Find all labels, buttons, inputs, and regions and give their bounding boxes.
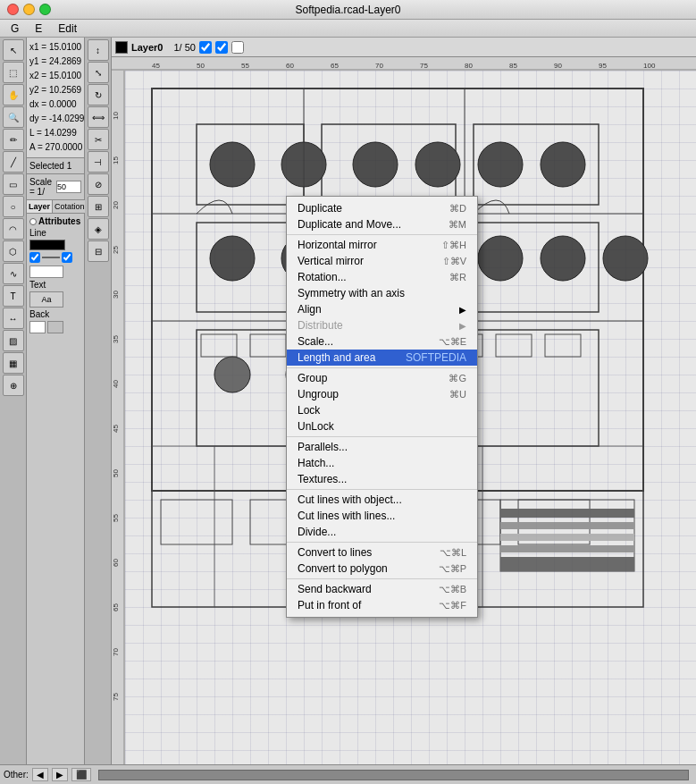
- menu-item-front[interactable]: Put in front of ⌥⌘F: [287, 597, 477, 613]
- menu-item-length-area[interactable]: Length and area SOFTPEDIA: [287, 350, 477, 366]
- menu-item-vmirror[interactable]: Vertical mirror ⇧⌘V: [287, 253, 477, 269]
- menu-item-convert-poly[interactable]: Convert to polygon ⌥⌘P: [287, 561, 477, 577]
- menu-item-parallels[interactable]: Parallels...: [287, 439, 477, 455]
- tool-poly[interactable]: ⬡: [3, 240, 24, 262]
- menu-item-ungroup[interactable]: Ungroup ⌘U: [287, 386, 477, 402]
- menu-item-convert-poly-shortcut: ⌥⌘P: [439, 563, 466, 575]
- tool-rect[interactable]: ▭: [3, 173, 24, 195]
- maximize-button[interactable]: [39, 4, 51, 15]
- tool2-mirror[interactable]: ⟺: [88, 106, 109, 128]
- menu-group-parallels: Parallels... Hatch... Textures...: [287, 437, 477, 490]
- view-cb3[interactable]: [231, 41, 244, 54]
- status-stop-btn[interactable]: ⬛: [71, 768, 91, 781]
- menu-item-convert-lines[interactable]: Convert to lines ⌥⌘L: [287, 544, 477, 561]
- tool-zoom[interactable]: 🔍: [3, 106, 24, 128]
- line-color-swatch[interactable]: [29, 240, 65, 250]
- tool-insert[interactable]: ⊕: [3, 375, 24, 396]
- tool2-scale[interactable]: ⤡: [88, 62, 109, 83]
- line-cb1[interactable]: [29, 252, 40, 263]
- svg-point-50: [214, 357, 250, 392]
- attr-radio[interactable]: [29, 218, 37, 225]
- thickness-input[interactable]: 0.25: [29, 266, 63, 278]
- menu-item-hmirror[interactable]: Horizontal mirror ⇧⌘H: [287, 237, 477, 253]
- tool-dim[interactable]: ↔: [3, 308, 24, 329]
- tool2-trim[interactable]: ✂: [88, 129, 109, 150]
- tool2-break[interactable]: ⊘: [88, 173, 109, 195]
- menu-item-unlock[interactable]: UnLock: [287, 418, 477, 434]
- menu-item-duplicate[interactable]: Duplicate ⌘D: [287, 200, 477, 216]
- menu-item-rotation-shortcut: ⌘R: [449, 272, 466, 283]
- tool-pencil[interactable]: ✏: [3, 129, 24, 150]
- menu-item-duplicate-shortcut: ⌘D: [449, 203, 466, 215]
- svg-point-38: [210, 142, 255, 187]
- view-cb2[interactable]: [215, 41, 228, 54]
- text-font-btn[interactable]: Aa: [29, 291, 63, 308]
- menu-item-group[interactable]: Group ⌘G: [287, 370, 477, 386]
- menu-item-symmetry[interactable]: Symmetry with an axis: [287, 285, 477, 301]
- menu-item-cut-lines[interactable]: Cut lines with lines...: [287, 508, 477, 524]
- svg-point-44: [210, 236, 255, 281]
- back-swatch-gray[interactable]: [47, 321, 63, 333]
- menu-edit[interactable]: Edit: [51, 20, 84, 38]
- main-layout: ↖ ⬚ ✋ 🔍 ✏ ╱ ▭ ○ ◠ ⬡ ∿ T ↔ ▨ ▦ ⊕ x1 = 15.…: [0, 38, 696, 764]
- menu-item-cut-obj[interactable]: Cut lines with object...: [287, 492, 477, 508]
- scale-panel: Scale = 1/: [27, 174, 84, 200]
- tool2-group[interactable]: ⊟: [88, 240, 109, 262]
- coord-y1: y1 = 24.2869: [29, 55, 81, 69]
- ruler-left: 10 15 20 25 30 35 40 45 50 55 60 65 70 7…: [112, 71, 125, 764]
- tool2-rotate[interactable]: ↻: [88, 84, 109, 105]
- menu-item-divide[interactable]: Divide...: [287, 524, 477, 540]
- svg-text:65: 65: [112, 603, 120, 611]
- menu-item-scale[interactable]: Scale... ⌥⌘E: [287, 333, 477, 350]
- close-button[interactable]: [7, 4, 19, 15]
- view-cb1[interactable]: [199, 41, 212, 54]
- svg-text:35: 35: [112, 335, 120, 343]
- menu-item-front-label: Put in front of: [298, 599, 361, 611]
- back-label: Back: [29, 309, 81, 319]
- left-toolbar: ↖ ⬚ ✋ 🔍 ✏ ╱ ▭ ○ ◠ ⬡ ∿ T ↔ ▨ ▦ ⊕: [0, 38, 27, 764]
- tool-hand[interactable]: ✋: [3, 84, 24, 105]
- back-swatch-white[interactable]: [29, 321, 46, 333]
- menu-g[interactable]: G: [4, 20, 26, 38]
- status-prev-btn[interactable]: ◀: [32, 768, 48, 781]
- menu-item-align[interactable]: Align ▶: [287, 301, 477, 317]
- menu-item-send-back[interactable]: Send backward ⌥⌘B: [287, 581, 477, 597]
- menu-item-lock[interactable]: Lock: [287, 402, 477, 418]
- svg-text:45: 45: [112, 425, 120, 433]
- menu-item-distribute[interactable]: Distribute ▶: [287, 317, 477, 333]
- tool-select[interactable]: ⬚: [3, 62, 24, 83]
- menu-item-textures[interactable]: Textures...: [287, 471, 477, 487]
- line-cb2[interactable]: [62, 252, 72, 263]
- tool-arrow[interactable]: ↖: [3, 39, 24, 61]
- tool2-extend[interactable]: ⊣: [88, 151, 109, 173]
- coord-y2: y2 = 10.2569: [29, 83, 81, 97]
- tool-line[interactable]: ╱: [3, 151, 24, 173]
- selected-panel: Selected 1: [27, 158, 84, 174]
- svg-text:65: 65: [331, 62, 339, 70]
- tool2-node[interactable]: ◈: [88, 218, 109, 240]
- svg-text:90: 90: [554, 62, 562, 70]
- menu-item-group-shortcut: ⌘G: [449, 373, 466, 384]
- tool-bezier[interactable]: ∿: [3, 263, 24, 284]
- menu-item-rotation[interactable]: Rotation... ⌘R: [287, 269, 477, 285]
- tool-text[interactable]: T: [3, 285, 24, 307]
- statusbar: Other: ◀ ▶ ⬛: [0, 764, 696, 784]
- menu-item-duplicate-move[interactable]: Duplicate and Move... ⌘M: [287, 216, 477, 232]
- scroll-bar[interactable]: [98, 770, 689, 780]
- menu-item-hatch[interactable]: Hatch...: [287, 455, 477, 471]
- scale-value-input[interactable]: [56, 181, 81, 193]
- minimize-button[interactable]: [23, 4, 35, 15]
- tool2-move[interactable]: ↕: [88, 39, 109, 61]
- svg-rect-66: [161, 500, 232, 544]
- tool2-snap[interactable]: ⊞: [88, 196, 109, 217]
- menu-e[interactable]: E: [28, 20, 49, 38]
- tab-layer[interactable]: Layer: [27, 200, 53, 213]
- svg-text:55: 55: [112, 514, 120, 522]
- tool-hatch[interactable]: ▦: [3, 352, 24, 374]
- tool-fill[interactable]: ▨: [3, 330, 24, 351]
- menu-item-vmirror-label: Vertical mirror: [298, 255, 364, 267]
- status-next-btn[interactable]: ▶: [52, 768, 68, 781]
- tool-arc[interactable]: ◠: [3, 218, 24, 240]
- tool-circle[interactable]: ○: [3, 196, 24, 217]
- selected-label: Selected: [29, 161, 64, 171]
